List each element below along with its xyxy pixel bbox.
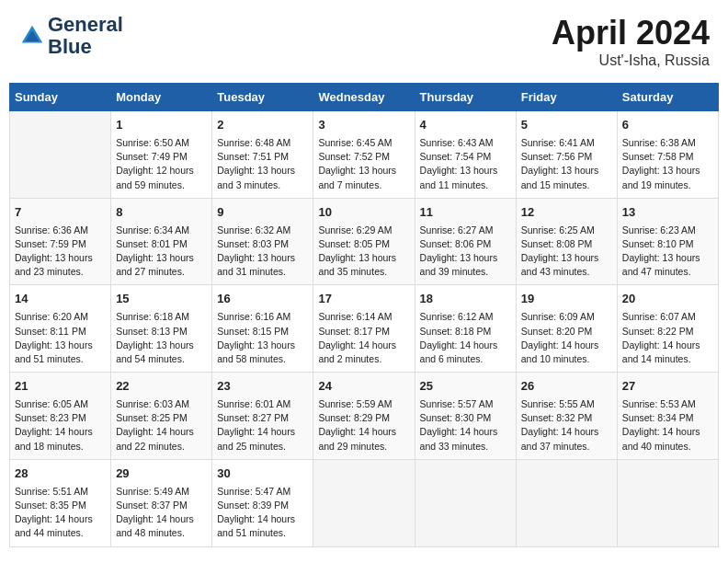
day-number: 30 (217, 465, 308, 483)
title-block: April 2024 Ust'-Isha, Russia (552, 14, 710, 69)
day-number: 22 (116, 378, 207, 396)
day-number: 2 (217, 117, 308, 134)
week-row-5: 28Sunrise: 5:51 AM Sunset: 8:35 PM Dayli… (10, 459, 719, 546)
day-number: 14 (15, 291, 106, 308)
calendar-cell: 6Sunrise: 6:38 AM Sunset: 7:58 PM Daylig… (617, 111, 718, 199)
calendar-cell: 27Sunrise: 5:53 AM Sunset: 8:34 PM Dayli… (617, 373, 718, 460)
day-content: Sunrise: 6:01 AM Sunset: 8:27 PM Dayligh… (217, 397, 308, 454)
week-row-2: 7Sunrise: 6:36 AM Sunset: 7:59 PM Daylig… (10, 198, 719, 285)
day-content: Sunrise: 6:36 AM Sunset: 7:59 PM Dayligh… (15, 224, 106, 280)
day-number: 24 (318, 378, 409, 396)
calendar-cell: 5Sunrise: 6:41 AM Sunset: 7:56 PM Daylig… (516, 111, 617, 199)
calendar-cell (415, 459, 516, 546)
day-content: Sunrise: 6:16 AM Sunset: 8:15 PM Dayligh… (217, 310, 308, 366)
day-content: Sunrise: 5:55 AM Sunset: 8:32 PM Dayligh… (521, 397, 612, 454)
calendar-cell: 16Sunrise: 6:16 AM Sunset: 8:15 PM Dayli… (212, 285, 313, 373)
day-content: Sunrise: 6:05 AM Sunset: 8:23 PM Dayligh… (15, 397, 106, 454)
day-content: Sunrise: 6:29 AM Sunset: 8:05 PM Dayligh… (318, 224, 409, 280)
page-header: General Blue April 2024 Ust'-Isha, Russi… (9, 9, 719, 74)
day-content: Sunrise: 6:07 AM Sunset: 8:22 PM Dayligh… (622, 310, 713, 366)
day-number: 5 (521, 117, 612, 134)
week-row-1: 1Sunrise: 6:50 AM Sunset: 7:49 PM Daylig… (10, 111, 719, 199)
day-content: Sunrise: 5:53 AM Sunset: 8:34 PM Dayligh… (622, 397, 713, 454)
day-number: 3 (318, 117, 409, 134)
day-number: 28 (15, 465, 106, 483)
calendar-cell (516, 459, 617, 546)
calendar-cell: 12Sunrise: 6:25 AM Sunset: 8:08 PM Dayli… (516, 198, 617, 285)
header-day-sunday: Sunday (10, 84, 111, 111)
calendar-title: April 2024 (552, 14, 710, 52)
header-day-saturday: Saturday (617, 84, 718, 111)
day-number: 19 (521, 291, 612, 308)
day-number: 9 (217, 204, 308, 222)
calendar-cell: 28Sunrise: 5:51 AM Sunset: 8:35 PM Dayli… (10, 459, 111, 546)
day-content: Sunrise: 6:41 AM Sunset: 7:56 PM Dayligh… (521, 136, 612, 192)
day-content: Sunrise: 6:12 AM Sunset: 8:18 PM Dayligh… (420, 310, 511, 366)
calendar-cell: 8Sunrise: 6:34 AM Sunset: 8:01 PM Daylig… (111, 198, 212, 285)
calendar-cell: 25Sunrise: 5:57 AM Sunset: 8:30 PM Dayli… (415, 373, 516, 460)
calendar-cell: 29Sunrise: 5:49 AM Sunset: 8:37 PM Dayli… (111, 459, 212, 546)
day-content: Sunrise: 6:34 AM Sunset: 8:01 PM Dayligh… (116, 224, 207, 280)
header-day-friday: Friday (516, 84, 617, 111)
calendar-cell: 11Sunrise: 6:27 AM Sunset: 8:06 PM Dayli… (415, 198, 516, 285)
day-content: Sunrise: 5:47 AM Sunset: 8:39 PM Dayligh… (217, 485, 308, 541)
calendar-cell: 13Sunrise: 6:23 AM Sunset: 8:10 PM Dayli… (617, 198, 718, 285)
logo: General Blue (18, 14, 123, 58)
day-content: Sunrise: 6:43 AM Sunset: 7:54 PM Dayligh… (420, 136, 511, 192)
day-number: 12 (521, 204, 612, 222)
day-number: 27 (622, 378, 713, 396)
calendar-cell: 2Sunrise: 6:48 AM Sunset: 7:51 PM Daylig… (212, 111, 313, 199)
day-number: 17 (318, 291, 409, 308)
day-content: Sunrise: 5:59 AM Sunset: 8:29 PM Dayligh… (318, 397, 409, 454)
calendar-cell: 10Sunrise: 6:29 AM Sunset: 8:05 PM Dayli… (313, 198, 415, 285)
calendar-cell: 9Sunrise: 6:32 AM Sunset: 8:03 PM Daylig… (212, 198, 313, 285)
day-content: Sunrise: 6:03 AM Sunset: 8:25 PM Dayligh… (116, 397, 207, 454)
calendar-cell (10, 111, 111, 199)
logo-icon (18, 22, 46, 50)
day-number: 1 (116, 117, 207, 134)
day-content: Sunrise: 6:09 AM Sunset: 8:20 PM Dayligh… (521, 310, 612, 366)
calendar-cell: 22Sunrise: 6:03 AM Sunset: 8:25 PM Dayli… (111, 373, 212, 460)
calendar-header-row: SundayMondayTuesdayWednesdayThursdayFrid… (10, 84, 719, 111)
day-content: Sunrise: 5:49 AM Sunset: 8:37 PM Dayligh… (116, 485, 207, 541)
week-row-4: 21Sunrise: 6:05 AM Sunset: 8:23 PM Dayli… (10, 373, 719, 460)
calendar-cell: 14Sunrise: 6:20 AM Sunset: 8:11 PM Dayli… (10, 285, 111, 373)
day-number: 7 (15, 204, 106, 222)
calendar-cell: 23Sunrise: 6:01 AM Sunset: 8:27 PM Dayli… (212, 373, 313, 460)
day-number: 13 (622, 204, 713, 222)
day-number: 15 (116, 291, 207, 308)
day-number: 11 (420, 204, 511, 222)
day-number: 29 (116, 465, 207, 483)
logo-text: General Blue (48, 14, 123, 58)
header-day-thursday: Thursday (415, 84, 516, 111)
day-number: 21 (15, 378, 106, 396)
calendar-cell: 1Sunrise: 6:50 AM Sunset: 7:49 PM Daylig… (111, 111, 212, 199)
calendar-cell: 15Sunrise: 6:18 AM Sunset: 8:13 PM Dayli… (111, 285, 212, 373)
day-content: Sunrise: 6:32 AM Sunset: 8:03 PM Dayligh… (217, 224, 308, 280)
header-day-wednesday: Wednesday (313, 84, 415, 111)
day-content: Sunrise: 6:45 AM Sunset: 7:52 PM Dayligh… (318, 136, 409, 192)
calendar-cell: 4Sunrise: 6:43 AM Sunset: 7:54 PM Daylig… (415, 111, 516, 199)
day-number: 4 (420, 117, 511, 134)
day-number: 18 (420, 291, 511, 308)
day-number: 8 (116, 204, 207, 222)
calendar-cell: 21Sunrise: 6:05 AM Sunset: 8:23 PM Dayli… (10, 373, 111, 460)
day-content: Sunrise: 6:14 AM Sunset: 8:17 PM Dayligh… (318, 310, 409, 366)
calendar-cell: 18Sunrise: 6:12 AM Sunset: 8:18 PM Dayli… (415, 285, 516, 373)
day-content: Sunrise: 6:50 AM Sunset: 7:49 PM Dayligh… (116, 136, 207, 192)
day-content: Sunrise: 6:27 AM Sunset: 8:06 PM Dayligh… (420, 224, 511, 280)
day-content: Sunrise: 6:18 AM Sunset: 8:13 PM Dayligh… (116, 310, 207, 366)
calendar-cell: 26Sunrise: 5:55 AM Sunset: 8:32 PM Dayli… (516, 373, 617, 460)
calendar-cell: 20Sunrise: 6:07 AM Sunset: 8:22 PM Dayli… (617, 285, 718, 373)
calendar-cell: 24Sunrise: 5:59 AM Sunset: 8:29 PM Dayli… (313, 373, 415, 460)
day-content: Sunrise: 6:20 AM Sunset: 8:11 PM Dayligh… (15, 310, 106, 366)
calendar-cell: 19Sunrise: 6:09 AM Sunset: 8:20 PM Dayli… (516, 285, 617, 373)
calendar-subtitle: Ust'-Isha, Russia (552, 52, 710, 69)
header-day-monday: Monday (111, 84, 212, 111)
calendar-cell: 30Sunrise: 5:47 AM Sunset: 8:39 PM Dayli… (212, 459, 313, 546)
day-number: 16 (217, 291, 308, 308)
day-number: 26 (521, 378, 612, 396)
day-number: 10 (318, 204, 409, 222)
day-number: 20 (622, 291, 713, 308)
day-number: 23 (217, 378, 308, 396)
